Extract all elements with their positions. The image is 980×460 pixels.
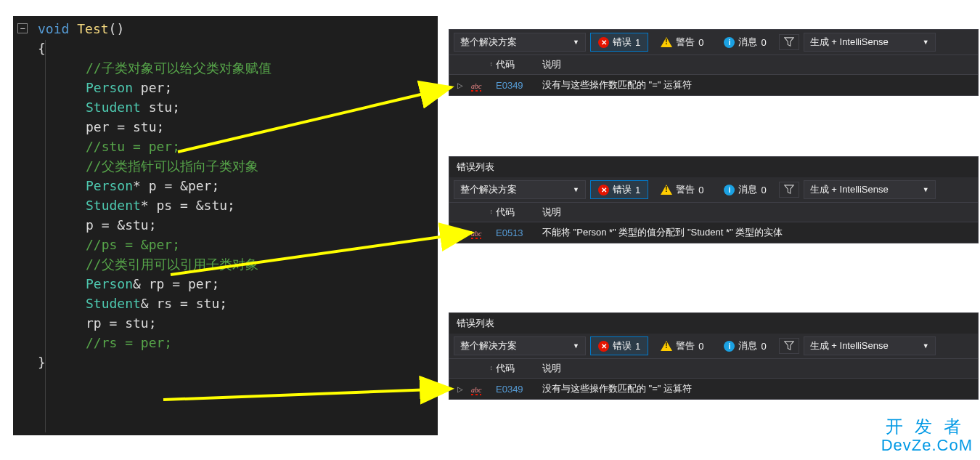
scope-dropdown[interactable]: 整个解决方案▼	[454, 336, 586, 355]
build-dropdown[interactable]: 生成 + IntelliSense▼	[804, 33, 936, 52]
abc-error-icon: abc	[471, 82, 481, 90]
keyword-void: void	[38, 21, 69, 36]
sort-icon[interactable]: ↕	[490, 60, 494, 68]
error-list-panel-3: 错误列表 整个解决方案▼ ✕错误 1 警告 0 i消息 0 生成 + Intel…	[449, 312, 979, 400]
commented-line-2: //ps = &per;	[35, 235, 438, 254]
chevron-down-icon: ▼	[923, 39, 929, 46]
error-list-panel-1: 整个解决方案▼ ✕错误 1 警告 0 i消息 0 生成 + IntelliSen…	[449, 29, 979, 96]
abc-error-icon: abc	[471, 230, 481, 238]
gutter	[13, 16, 35, 435]
error-row[interactable]: abc E0513 不能将 "Person *" 类型的值分配到 "Studen…	[449, 222, 978, 243]
info-icon: i	[724, 185, 735, 195]
error-row[interactable]: ▷ abc E0349 没有与这些操作数匹配的 "=" 运算符	[449, 75, 978, 95]
code-content[interactable]: void Test() { //子类对象可以给父类对象赋值 Person per…	[35, 19, 438, 372]
scope-dropdown[interactable]: 整个解决方案▼	[454, 180, 586, 199]
error-table-header: ↕ 代码 说明	[449, 203, 978, 222]
chevron-down-icon: ▼	[573, 342, 579, 350]
code-editor[interactable]: void Test() { //子类对象可以给父类对象赋值 Person per…	[13, 16, 438, 435]
commented-line-3: //rs = per;	[35, 333, 438, 352]
filter-button[interactable]	[779, 182, 799, 198]
chevron-down-icon: ▼	[573, 186, 579, 193]
error-count-button[interactable]: ✕错误 1	[590, 180, 648, 199]
error-description: 不能将 "Person *" 类型的值分配到 "Student *" 类型的实体	[536, 226, 978, 239]
error-code: E0513	[496, 227, 523, 238]
error-icon: ✕	[598, 341, 609, 352]
column-code[interactable]: 代码	[493, 58, 536, 71]
brace-open: {	[35, 39, 438, 58]
expand-caret-icon[interactable]: ▷	[449, 385, 471, 393]
build-dropdown[interactable]: 生成 + IntelliSense▼	[804, 180, 936, 199]
collapse-toggle[interactable]	[17, 23, 28, 33]
message-count-button[interactable]: i消息 0	[716, 180, 774, 199]
info-icon: i	[724, 37, 735, 48]
brace-close: }	[35, 352, 438, 372]
error-code: E0349	[496, 384, 523, 395]
column-code[interactable]: 代码	[493, 206, 536, 219]
message-count-button[interactable]: i消息 0	[716, 33, 774, 52]
error-count-button[interactable]: ✕错误 1	[590, 33, 648, 52]
warning-icon	[661, 341, 672, 351]
chevron-down-icon: ▼	[923, 186, 929, 193]
chevron-down-icon: ▼	[923, 342, 929, 350]
chevron-down-icon: ▼	[573, 39, 579, 46]
error-table-header: ↕ 代码 说明	[449, 359, 978, 379]
warning-count-button[interactable]: 警告 0	[653, 180, 711, 199]
build-dropdown[interactable]: 生成 + IntelliSense▼	[804, 336, 936, 355]
filter-button[interactable]	[779, 34, 799, 50]
message-count-button[interactable]: i消息 0	[716, 336, 774, 355]
error-table-header: ↕ 代码 说明	[449, 55, 978, 75]
comment: //子类对象可以给父类对象赋值	[35, 58, 438, 78]
warning-icon	[661, 185, 672, 195]
error-toolbar: 整个解决方案▼ ✕错误 1 警告 0 i消息 0 生成 + IntelliSen…	[449, 30, 978, 55]
comment: //父类指针可以指向子类对象	[35, 156, 438, 176]
error-code: E0349	[496, 80, 523, 91]
error-list-panel-2: 错误列表 整个解决方案▼ ✕错误 1 警告 0 i消息 0 生成 + Intel…	[449, 156, 979, 243]
column-desc[interactable]: 说明	[536, 206, 978, 219]
error-toolbar: 整个解决方案▼ ✕错误 1 警告 0 i消息 0 生成 + IntelliSen…	[449, 177, 978, 203]
error-icon: ✕	[598, 37, 609, 48]
error-row[interactable]: ▷ abc E0349 没有与这些操作数匹配的 "=" 运算符	[449, 379, 978, 399]
filter-button[interactable]	[779, 338, 799, 354]
commented-line-1: //stu = per;	[35, 137, 438, 156]
panel-title: 错误列表	[449, 157, 978, 177]
column-desc[interactable]: 说明	[536, 362, 978, 375]
scope-dropdown[interactable]: 整个解决方案▼	[454, 33, 586, 52]
error-toolbar: 整个解决方案▼ ✕错误 1 警告 0 i消息 0 生成 + IntelliSen…	[449, 334, 978, 359]
error-description: 没有与这些操作数匹配的 "=" 运算符	[536, 78, 978, 92]
column-code[interactable]: 代码	[493, 362, 536, 375]
sort-icon[interactable]: ↕	[490, 208, 494, 215]
error-count-button[interactable]: ✕错误 1	[590, 336, 648, 355]
error-icon: ✕	[598, 185, 609, 195]
function-name: Test	[77, 21, 108, 36]
column-desc[interactable]: 说明	[536, 58, 978, 71]
comment: //父类引用可以引用子类对象	[35, 254, 438, 274]
sort-icon[interactable]: ↕	[490, 364, 494, 371]
panel-title: 错误列表	[449, 313, 978, 334]
warning-count-button[interactable]: 警告 0	[653, 336, 711, 355]
warning-count-button[interactable]: 警告 0	[653, 33, 711, 52]
warning-icon	[661, 37, 672, 47]
watermark: 开发者 DevZe.CoM	[881, 417, 973, 454]
expand-caret-icon[interactable]: ▷	[449, 81, 471, 89]
info-icon: i	[724, 341, 735, 352]
error-description: 没有与这些操作数匹配的 "=" 运算符	[536, 382, 978, 395]
abc-error-icon: abc	[471, 386, 481, 394]
